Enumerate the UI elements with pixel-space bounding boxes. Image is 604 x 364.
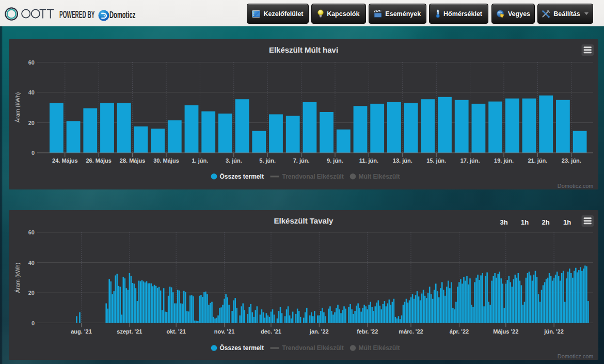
svg-text:60: 60 [28,229,35,235]
svg-text:11. jún.: 11. jún. [359,157,378,164]
svg-text:26. Május: 26. Május [86,157,112,164]
svg-text:23. jún.: 23. jún. [562,157,581,164]
svg-text:Múlt Elkészült: Múlt Elkészült [359,173,400,180]
svg-text:ápr. '22: ápr. '22 [450,328,469,335]
svg-text:Május '22: Május '22 [493,328,518,335]
svg-text:0: 0 [31,320,35,326]
svg-text:13. jún.: 13. jún. [393,157,412,164]
svg-text:40: 40 [28,89,35,96]
svg-text:Elkészült Múlt havi: Elkészült Múlt havi [269,45,338,54]
svg-text:7. jún.: 7. jún. [293,157,310,164]
svg-text:Domoticz.com: Domoticz.com [558,353,594,359]
svg-text:0: 0 [31,150,35,156]
svg-text:Trendvonal Elkészült: Trendvonal Elkészült [282,173,344,180]
svg-text:aug. '21: aug. '21 [71,328,92,335]
svg-text:60: 60 [28,59,35,66]
svg-text:5. jún.: 5. jún. [259,157,276,164]
svg-text:1h: 1h [521,218,529,226]
svg-text:jan. '22: jan. '22 [309,328,329,335]
svg-text:28. Május: 28. Május [120,157,146,164]
svg-text:dec. '21: dec. '21 [261,328,281,335]
svg-text:szept. '21: szept. '21 [117,328,142,335]
svg-text:nov. '21: nov. '21 [214,328,235,335]
svg-text:febr. '22: febr. '22 [357,328,378,335]
svg-text:okt. '21: okt. '21 [166,328,185,335]
svg-text:Elkészült Tavaly: Elkészült Tavaly [274,216,333,225]
svg-text:3. jún.: 3. jún. [226,157,242,164]
svg-text:Múlt Elkészült: Múlt Elkészült [359,344,400,352]
svg-text:24. Május: 24. Május [52,157,78,164]
svg-text:20: 20 [28,120,35,126]
svg-text:2h: 2h [542,218,549,226]
svg-text:3h: 3h [500,218,507,226]
svg-text:30. Május: 30. Május [153,157,179,164]
svg-text:9. jún.: 9. jún. [327,157,343,164]
svg-text:40: 40 [28,260,35,266]
svg-text:Áram (kWh): Áram (kWh) [14,92,21,123]
svg-text:márc. '22: márc. '22 [399,328,423,335]
svg-text:jún. '22: jún. '22 [544,328,563,335]
svg-text:19. jún.: 19. jún. [494,157,514,164]
svg-text:Áram (kWh): Áram (kWh) [14,263,21,293]
svg-text:1h: 1h [563,218,571,226]
svg-text:1. jún.: 1. jún. [192,157,209,164]
svg-text:Trendvonal Elkészült: Trendvonal Elkészült [282,344,344,352]
svg-text:Összes termelt: Összes termelt [220,172,264,180]
svg-text:15. jún.: 15. jún. [426,157,446,164]
svg-text:17. jún.: 17. jún. [460,157,480,164]
svg-text:Összes termelt: Összes termelt [220,344,264,352]
svg-text:20: 20 [28,290,35,296]
svg-text:21. jún.: 21. jún. [528,157,547,164]
svg-text:Domoticz.com: Domoticz.com [558,183,594,189]
